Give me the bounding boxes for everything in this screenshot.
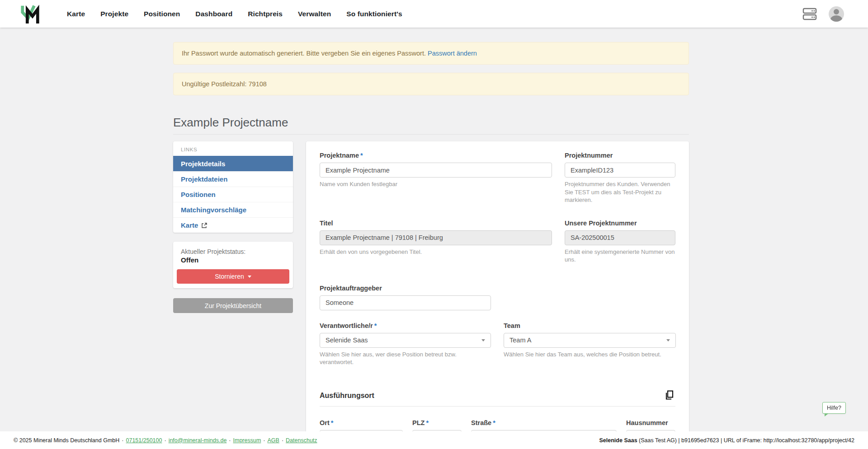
caret-down-icon [666,339,670,341]
team-label: Team [504,322,676,329]
field-verantwortliche: Verantwortliche/r* Selenide Saas Wählen … [320,322,491,366]
password-warning-text: Ihr Passwort wurde automatisch generiert… [182,50,426,57]
verantwortliche-select[interactable]: Selenide Saas [320,333,491,348]
cancel-project-button-label: Stornieren [215,273,244,280]
navbar-right [802,6,844,22]
sidebar-item-label: Positionen [181,191,216,198]
verantwortliche-helper: Wählen Sie hier aus, wer diese Position … [320,351,491,366]
project-overview-button[interactable]: Zur Projektübersicht [173,298,293,313]
strasse-label: Straße* [471,419,617,426]
projektauftraggeber-label: Projektauftraggeber [320,285,491,292]
team-helper: Wählen Sie hier das Team aus, welches di… [504,351,676,359]
external-link-icon [201,222,208,229]
footer-separator: · [229,437,231,444]
plz-label: PLZ* [412,419,462,426]
help-button[interactable]: Hilfe? [822,402,846,414]
footer-phone-link[interactable]: 07151/250100 [126,437,162,444]
hausnummer-label: Hausnummer [626,419,675,426]
sidebar: LINKS Projektdetails Projektdateien Posi… [173,141,293,313]
verantwortliche-label: Verantwortliche/r* [320,322,491,329]
footer-agb-link[interactable]: AGB [268,437,279,444]
required-marker: * [360,152,363,159]
footer-copyright: © 2025 Mineral Minds Deutschland GmbH [14,437,119,444]
projektauftraggeber-input[interactable] [320,295,491,310]
ort-label: Ort* [320,419,403,426]
footer-user-name: Selenide Saas [599,437,637,444]
footer-email-link[interactable]: info@mineral-minds.de [169,437,227,444]
field-projektauftraggeber: Projektauftraggeber [320,285,491,310]
field-team: Team Team A Wählen Sie hier das Team aus… [504,322,676,366]
main-nav: Karte Projekte Positionen Dashboard Rich… [67,10,402,18]
footer-separator: · [263,437,265,444]
field-projektnummer: Projektnummer Projektnummer des Kunden. … [565,152,675,204]
footer-datenschutz-link[interactable]: Datenschutz [286,437,317,444]
unsere-projektnummer-label: Unsere Projektnummer [565,220,675,227]
required-marker: * [374,322,377,329]
sidebar-item-projektdateien[interactable]: Projektdateien [173,171,293,187]
titel-helper: Erhält den von uns vorgegebenen Titel. [320,248,552,256]
caret-down-icon [481,339,485,341]
sidebar-item-label: Projektdetails [181,160,225,168]
projektname-input[interactable] [320,163,552,178]
projektnummer-input[interactable] [565,163,675,178]
page-content: Ihr Passwort wurde automatisch generiert… [173,42,689,449]
nav-item-projekte[interactable]: Projekte [100,10,128,18]
project-status-card: Aktueller Projektstatus: Offen Storniere… [173,242,293,288]
nav-item-richtpreis[interactable]: Richtpreis [248,10,283,18]
avatar-head [834,9,839,14]
team-select[interactable]: Team A [504,333,676,348]
sidebar-item-matchingvorschlaege[interactable]: Matchingvorschläge [173,202,293,217]
required-marker: * [493,419,495,426]
server-icon[interactable] [802,7,817,21]
project-status-label: Aktueller Projektstatus: [177,248,289,255]
projektname-helper: Name vom Kunden festlegbar [320,180,552,188]
footer-separator: · [122,437,123,444]
footer-impressum-link[interactable]: Impressum [233,437,261,444]
sidebar-item-karte[interactable]: Karte [173,217,293,233]
ausfuehrungsort-section-title: Ausführungsort [320,392,374,400]
projektname-label: Projektname* [320,152,552,159]
footer-separator: · [164,437,166,444]
section-divider [320,406,675,407]
sidebar-item-label: Karte [181,221,198,229]
navbar: Karte Projekte Positionen Dashboard Rich… [0,0,868,28]
user-avatar[interactable] [829,6,844,22]
titel-input [320,230,552,245]
mineral-minds-logo-icon[interactable] [20,4,41,24]
required-marker: * [331,419,334,426]
projektnummer-helper: Projektnummer des Kunden. Verwenden Sie … [565,180,675,204]
nav-item-dashboard[interactable]: Dashboard [195,10,232,18]
project-status-value: Offen [177,255,289,269]
links-card: LINKS Projektdetails Projektdateien Posi… [173,141,293,233]
required-marker: * [426,419,429,426]
plz-warning-text: Ungültige Postleitzahl: 79108 [182,80,267,88]
links-card-header: LINKS [173,141,293,156]
nav-item-verwalten[interactable]: Verwalten [298,10,331,18]
footer-session-info: Selenide Saas (Saas Test AG) | b91695ed7… [599,437,854,444]
projektnummer-label: Projektnummer [565,152,675,159]
password-warning-alert: Ihr Passwort wurde automatisch generiert… [173,42,689,65]
field-titel: Titel Erhält den von uns vorgegebenen Ti… [320,220,552,264]
unsere-projektnummer-helper: Erhält eine systemgenerierte Nummer von … [565,248,675,264]
page-title: Example Projectname [173,116,689,130]
project-details-form: Projektname* Name vom Kunden festlegbar … [306,141,689,449]
avatar-bust [830,15,842,22]
sidebar-item-projektdetails[interactable]: Projektdetails [173,156,293,171]
nav-item-positionen[interactable]: Positionen [144,10,180,18]
footer: © 2025 Mineral Minds Deutschland GmbH · … [0,431,868,449]
footer-session-detail: (Saas Test AG) | b91695ed7623 | URL of i… [637,437,854,444]
cancel-project-button[interactable]: Stornieren [177,269,289,284]
field-unsere-projektnummer: Unsere Projektnummer Erhält eine systemg… [565,220,675,264]
footer-separator: · [282,437,283,444]
nav-item-so-funktionierts[interactable]: So funktioniert's [346,10,402,18]
title-divider [173,134,689,135]
team-selected-value: Team A [509,337,531,344]
change-password-link[interactable]: Passwort ändern [428,50,477,57]
sidebar-item-label: Projektdateien [181,175,227,183]
sidebar-item-positionen[interactable]: Positionen [173,187,293,202]
verantwortliche-selected-value: Selenide Saas [326,337,368,344]
caret-down-icon [248,276,251,278]
copy-location-button[interactable] [664,390,675,402]
nav-item-karte[interactable]: Karte [67,10,85,18]
field-projektname: Projektname* Name vom Kunden festlegbar [320,152,552,204]
